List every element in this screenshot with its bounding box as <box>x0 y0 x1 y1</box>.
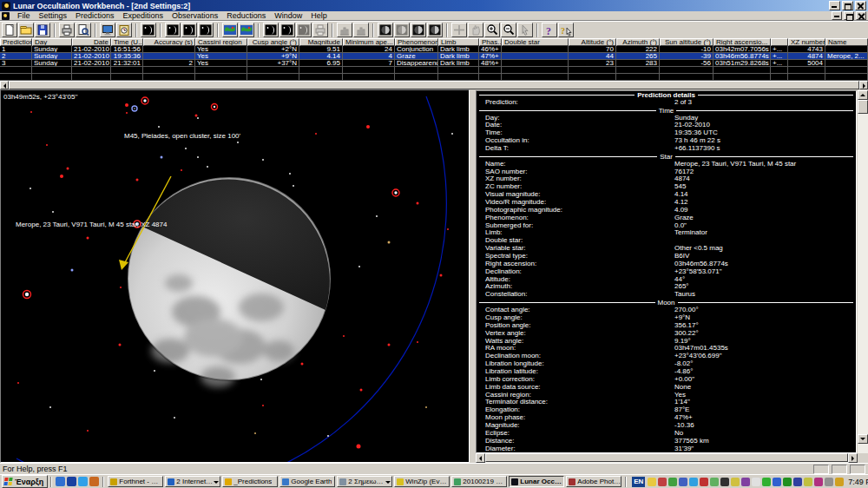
menu-file[interactable]: File <box>13 11 35 20</box>
column-header[interactable]: Cusp angle (°) <box>247 38 299 46</box>
tray-icon[interactable] <box>741 478 750 486</box>
task-button[interactable]: Adobe Photo... <box>566 476 621 487</box>
tray-icon[interactable] <box>689 478 698 486</box>
column-header[interactable]: XZ number <box>788 38 825 46</box>
scrollbar-thumb[interactable] <box>858 100 868 114</box>
moon-image-1-button[interactable] <box>378 23 393 37</box>
scroll-right-button[interactable] <box>848 453 858 463</box>
restore-button[interactable] <box>842 1 853 10</box>
quick-launch-icon[interactable] <box>56 477 65 486</box>
column-header[interactable]: Minimum ape... <box>343 38 395 46</box>
column-header[interactable]: Time (U... <box>111 38 143 46</box>
night-sky-button[interactable] <box>141 23 156 37</box>
menu-settings[interactable]: Settings <box>35 11 72 20</box>
new-button[interactable] <box>2 23 17 37</box>
save-button[interactable] <box>35 23 50 37</box>
table-row[interactable] <box>0 74 868 81</box>
occultation-3-button[interactable] <box>198 23 214 37</box>
column-header[interactable]: Name <box>825 38 868 46</box>
column-header[interactable]: Phenomenon <box>395 38 438 46</box>
child-close-button[interactable] <box>856 11 866 20</box>
menu-reductions[interactable]: Reductions <box>222 11 270 20</box>
tray-icon[interactable] <box>700 478 708 486</box>
task-button[interactable]: Lunar Occul... <box>509 476 564 487</box>
tray-icon[interactable] <box>710 478 719 486</box>
column-header[interactable]: Day <box>32 38 72 46</box>
column-header[interactable]: Date <box>72 38 111 46</box>
menu-help[interactable]: Help <box>306 11 332 20</box>
menu-observations[interactable]: Observations <box>168 11 222 20</box>
child-minimize-button[interactable] <box>832 11 842 20</box>
moon-star-button[interactable] <box>263 23 279 37</box>
details-horizontal-scrollbar[interactable] <box>476 453 858 463</box>
column-header[interactable]: Altitude (°) <box>569 38 616 46</box>
star-map-panel[interactable]: 03h49m52s, +23°43'05'' M45, Pleiades, op… <box>0 89 470 463</box>
task-button[interactable]: _Predictions <box>222 476 278 487</box>
column-header[interactable]: Phas... <box>479 38 502 46</box>
world-map-night-button[interactable] <box>239 23 254 37</box>
menu-expeditions[interactable]: Expeditions <box>119 11 168 20</box>
occultation-2-button[interactable] <box>181 23 197 37</box>
tray-icon[interactable] <box>783 478 792 486</box>
tray-icon[interactable] <box>668 478 677 486</box>
menu-predictions[interactable]: Predictions <box>71 11 119 20</box>
about-help-button[interactable]: ? <box>542 23 557 37</box>
scrollbar-thumb[interactable] <box>9 81 859 89</box>
dropdown-arrow-icon[interactable] <box>214 481 219 486</box>
tray-icon[interactable] <box>762 478 771 486</box>
table-horizontal-scrollbar[interactable] <box>0 81 868 89</box>
tray-icon[interactable] <box>658 478 667 486</box>
world-map-day-button[interactable] <box>222 23 238 37</box>
tray-icon[interactable] <box>773 478 781 486</box>
tray-icon[interactable] <box>825 478 833 486</box>
moon-image-4-button[interactable] <box>427 23 443 37</box>
scroll-right-button[interactable] <box>859 81 868 89</box>
task-button[interactable]: 2 Internet E... <box>165 476 220 487</box>
tray-icon[interactable] <box>731 478 740 486</box>
scroll-left-button[interactable] <box>476 453 485 463</box>
mdi-child-icon[interactable] <box>2 12 10 20</box>
task-button[interactable]: 20100219 Gr... <box>451 476 507 487</box>
column-header[interactable]: Magnitude <box>299 38 343 46</box>
app-icon[interactable] <box>2 2 10 10</box>
column-header[interactable]: Sun altitude (°) <box>660 38 713 46</box>
column-header[interactable] <box>771 38 788 46</box>
column-header[interactable]: Limb <box>438 38 479 46</box>
scrollbar-thumb[interactable] <box>485 453 848 462</box>
tray-icon[interactable] <box>835 478 844 486</box>
open-button[interactable] <box>18 23 34 37</box>
task-button[interactable]: Google Earth <box>279 476 335 487</box>
child-restore-button[interactable] <box>844 11 854 20</box>
details-vertical-scrollbar[interactable] <box>858 90 868 453</box>
column-header[interactable]: Azimuth (°) <box>616 38 660 46</box>
table-row[interactable]: 2Sunday21-02-201019:35:36Yes+9°N4.144Gra… <box>0 53 868 60</box>
quick-launch-icon[interactable] <box>78 477 88 486</box>
site-button[interactable] <box>100 23 115 37</box>
quick-launch-icon[interactable] <box>89 477 99 486</box>
language-indicator[interactable]: EN <box>632 477 645 487</box>
column-header[interactable]: Prediction <box>0 38 32 46</box>
task-button[interactable]: 2 Σημειωμα... <box>337 476 392 487</box>
print-button[interactable] <box>59 23 75 37</box>
tray-icon[interactable] <box>804 478 812 486</box>
column-header[interactable]: Right ascensio... <box>713 38 771 46</box>
tray-icon[interactable] <box>648 478 656 486</box>
scroll-left-button[interactable] <box>0 81 9 89</box>
scroll-up-button[interactable] <box>858 90 868 100</box>
moon-view-button[interactable] <box>279 23 295 37</box>
occultation-1-button[interactable] <box>165 23 181 37</box>
zoom-in-button[interactable] <box>484 23 500 37</box>
quick-launch-icon[interactable] <box>67 477 76 486</box>
context-help-button[interactable]: ? <box>558 23 574 37</box>
menu-window[interactable]: Window <box>270 11 306 20</box>
scroll-down-button[interactable] <box>858 434 868 444</box>
tray-icon[interactable] <box>793 478 802 486</box>
task-button[interactable]: Forthnet - Mi... <box>108 476 163 487</box>
minimize-button[interactable] <box>829 1 840 10</box>
column-header[interactable]: Accuracy (s) <box>143 38 195 46</box>
moon-image-3-button[interactable] <box>411 23 426 37</box>
tray-icon[interactable] <box>679 478 687 486</box>
table-row[interactable] <box>0 67 868 74</box>
close-button[interactable] <box>855 1 866 10</box>
tray-icon[interactable] <box>752 478 760 486</box>
